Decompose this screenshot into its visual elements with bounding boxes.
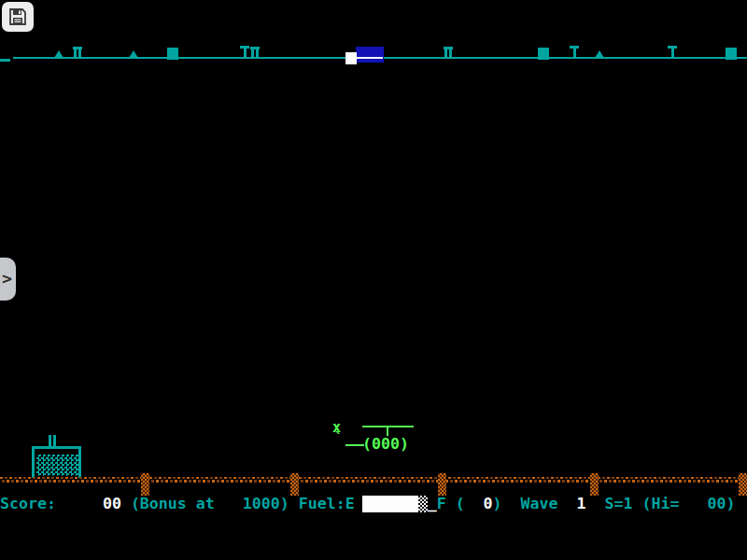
radar-object-tri: [595, 50, 604, 58]
save-button[interactable]: [2, 2, 34, 32]
buggy-tether-line: [345, 444, 364, 446]
chevron-right-icon: >: [1, 271, 13, 287]
status-text: (Bonus at 1000) Fuel:E: [121, 495, 355, 512]
buggy-body: (000): [362, 437, 409, 452]
depot-roof: [32, 446, 81, 449]
ground-post: [590, 473, 599, 496]
ground-post: [290, 473, 299, 496]
radar-player-marker: [345, 52, 357, 64]
ground-dashes-bottom: [0, 480, 747, 483]
status-text: F (: [437, 495, 484, 512]
depot-wall-left: [32, 446, 35, 478]
status-bar: Score: 00 (Bonus at 1000) Fuel:E_F ( 0) …: [0, 494, 747, 513]
radar-object-pi: [250, 47, 260, 58]
ground-post: [141, 473, 149, 496]
depot-chimney: [49, 435, 51, 446]
depot-wall-right: [78, 446, 81, 478]
radar-object-t: [240, 46, 249, 58]
status-text: 0: [484, 495, 493, 512]
radar-object-t: [668, 46, 677, 58]
status-text: Score:: [0, 495, 103, 512]
radar-terrain-line-end: [0, 59, 10, 62]
radar-object-pi: [444, 47, 453, 58]
status-text: 00: [103, 495, 121, 512]
ground-post: [739, 473, 747, 496]
drawer-handle-button[interactable]: >: [0, 258, 16, 301]
radar-object-pi: [73, 47, 82, 58]
fuel-gauge-dither: [418, 496, 428, 512]
ground-dashes-top: [0, 477, 747, 479]
radar-viewport: [356, 47, 384, 63]
fuel-gauge-bar: [362, 496, 428, 512]
radar-viewport-underline: [356, 57, 383, 59]
status-text: _: [428, 495, 437, 512]
radar-object-t: [570, 46, 579, 58]
radar-object-tri: [129, 50, 138, 58]
depot-fuel-fill: [36, 455, 78, 476]
status-text: ) Wave: [493, 495, 577, 512]
status-text: S=1 (Hi= 00): [586, 495, 736, 512]
radar-object-sq: [538, 48, 549, 60]
game-screen: > x ` (000) Score: 00 (Bonus at 1000) Fu…: [0, 0, 747, 560]
fuel-gauge-fill: [362, 496, 418, 512]
floppy-disk-icon: [7, 7, 28, 27]
buggy-tick: `: [334, 431, 343, 446]
depot-chimney: [53, 435, 56, 446]
status-text: 1: [577, 495, 586, 512]
radar-object-sq: [726, 48, 737, 60]
ground-post: [438, 473, 446, 496]
radar-object-sq: [167, 48, 178, 60]
radar-object-tri: [54, 50, 63, 58]
